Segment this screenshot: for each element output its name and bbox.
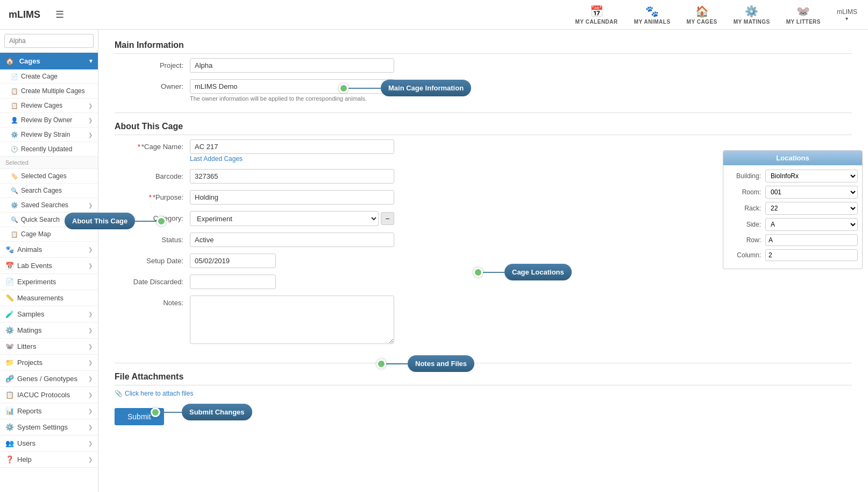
hamburger-menu[interactable]: ☰ xyxy=(55,9,64,20)
cage-name-input[interactable] xyxy=(190,139,394,154)
sidebar-item-review-by-owner[interactable]: 👤Review By Owner ❯ xyxy=(0,113,98,128)
date-discarded-input-wrap xyxy=(190,275,394,289)
notes-row: Notes: xyxy=(115,296,691,346)
project-row: Project: xyxy=(115,58,852,73)
sidebar-item-selected-cages[interactable]: 🏷️Selected Cages xyxy=(0,169,98,184)
last-added-cages-link[interactable]: Last Added Cages xyxy=(190,155,394,163)
sidebar-item-cage-map[interactable]: 📋Cage Map xyxy=(0,227,98,242)
sidebar-group-matings-header[interactable]: ⚙️Matings ❯ xyxy=(0,322,98,338)
row-label: Row: xyxy=(728,236,765,244)
sidebar-group-animals-header[interactable]: 🐾Animals ❯ xyxy=(0,242,98,257)
saved-searches-chevron: ❯ xyxy=(88,202,93,208)
iacuc-gh-label: IACUC Protocols xyxy=(17,391,70,399)
side-select[interactable]: A xyxy=(765,218,858,231)
cages-section-icon: 🏠 xyxy=(5,57,14,65)
status-input[interactable] xyxy=(190,233,394,247)
sidebar-item-review-by-strain[interactable]: ⚙️Review By Strain ❯ xyxy=(0,128,98,142)
nav-my-animals-label: MY ANIMALS xyxy=(634,19,671,25)
rack-select[interactable]: 22 xyxy=(765,202,858,215)
review-strain-chevron: ❯ xyxy=(88,132,93,138)
sidebar-item-search-cages[interactable]: 🔍Search Cages xyxy=(0,184,98,198)
create-multiple-icon: 📋 xyxy=(11,88,18,94)
recently-updated-label: Recently Updated xyxy=(21,145,72,153)
project-input[interactable] xyxy=(190,58,394,73)
sidebar-group-help-header[interactable]: ❓Help ❯ xyxy=(0,452,98,467)
help-gh-label: Help xyxy=(17,455,32,463)
date-discarded-row: Date Discarded: xyxy=(115,275,691,289)
selected-label: Selected xyxy=(5,159,29,166)
sidebar: 🏠 Cages ▾ 📄Create Cage 📋Create Multiple … xyxy=(0,30,98,492)
sidebar-group-samples-header[interactable]: 🧪Samples ❯ xyxy=(0,306,98,322)
category-input-wrap: Experiment – xyxy=(190,211,394,226)
setup-date-input[interactable] xyxy=(190,254,276,268)
notes-files-callout: Notes and Files xyxy=(408,355,474,372)
cage-name-label: *Cage Name: xyxy=(115,139,190,151)
sidebar-group-users-header[interactable]: 👥Users ❯ xyxy=(0,435,98,451)
owner-input[interactable] xyxy=(190,79,394,94)
sidebar-group-users: 👥Users ❯ xyxy=(0,435,98,452)
iacuc-gh-chevron: ❯ xyxy=(88,392,93,398)
user-menu[interactable]: mLIMS ▾ xyxy=(837,8,857,22)
main-layout: 🏠 Cages ▾ 📄Create Cage 📋Create Multiple … xyxy=(0,30,868,492)
building-select[interactable]: BioInfoRx xyxy=(765,170,858,182)
date-discarded-input[interactable] xyxy=(190,275,276,289)
sidebar-group-genes-header[interactable]: 🧬Genes / Genotypes ❯ xyxy=(0,371,98,386)
review-cages-chevron: ❯ xyxy=(88,103,93,109)
sidebar-item-saved-searches[interactable]: ⚙️Saved Searches ❯ xyxy=(0,198,98,213)
room-select[interactable]: 001 xyxy=(765,186,858,199)
row-input[interactable] xyxy=(765,234,858,246)
sidebar-group-iacuc-header[interactable]: 📋IACUC Protocols ❯ xyxy=(0,387,98,403)
reports-gh-chevron: ❯ xyxy=(88,408,93,414)
create-cage-icon: 📄 xyxy=(11,73,18,80)
nav-my-litters[interactable]: 🐭 MY LITTERS xyxy=(786,5,821,25)
sidebar-item-create-multiple-cages[interactable]: 📋Create Multiple Cages xyxy=(0,84,98,99)
rack-label: Rack: xyxy=(728,205,765,212)
about-section: About This Cage *Cage Name: Last Added C… xyxy=(115,122,852,352)
sidebar-group-lab-events-header[interactable]: 📅Lab Events ❯ xyxy=(0,258,98,273)
main-information-section: Main Information Project: Owner: The own… xyxy=(115,40,852,102)
purpose-input[interactable] xyxy=(190,190,394,205)
users-gh-icon: 👥 xyxy=(5,439,14,447)
submit-button[interactable]: Submit xyxy=(115,408,164,425)
setup-date-input-wrap xyxy=(190,254,394,268)
sidebar-group-reports-header[interactable]: 📊Reports ❯ xyxy=(0,403,98,419)
nav-my-calendar[interactable]: 📅 MY CALENDAR xyxy=(575,5,618,25)
top-nav-right: 📅 MY CALENDAR 🐾 MY ANIMALS 🏠 MY CAGES ⚙️… xyxy=(575,5,857,25)
owner-helper: The owner information will be applied to… xyxy=(190,95,394,102)
category-select[interactable]: Experiment xyxy=(190,211,379,226)
paperclip-icon: 📎 xyxy=(115,390,123,397)
barcode-input[interactable] xyxy=(190,169,394,184)
lab-events-gh-chevron: ❯ xyxy=(88,263,93,269)
about-columns: *Cage Name: Last Added Cages Barcode: xyxy=(115,139,852,352)
setup-date-label: Setup Date: xyxy=(115,254,190,265)
nav-my-animals[interactable]: 🐾 MY ANIMALS xyxy=(634,5,671,25)
cage-map-label: Cage Map xyxy=(21,230,51,238)
sidebar-item-recently-updated[interactable]: 🕐Recently Updated xyxy=(0,142,98,157)
sidebar-group-system-settings-header[interactable]: ⚙️System Settings ❯ xyxy=(0,419,98,435)
sidebar-group-experiments-header[interactable]: 📄Experiments xyxy=(0,274,98,290)
about-right: Locations Building: BioInfoRx Room: xyxy=(701,139,852,352)
sidebar-group-litters-header[interactable]: 🐭Litters ❯ xyxy=(0,339,98,354)
sidebar-group-experiments: 📄Experiments xyxy=(0,274,98,290)
sidebar-group-matings: ⚙️Matings ❯ xyxy=(0,322,98,339)
sidebar-section-cages[interactable]: 🏠 Cages ▾ xyxy=(0,53,98,69)
sidebar-item-create-cage[interactable]: 📄Create Cage xyxy=(0,69,98,84)
sidebar-item-quick-search[interactable]: 🔍Quick Search xyxy=(0,213,98,227)
sidebar-group-projects-header[interactable]: 📁Projects ❯ xyxy=(0,355,98,370)
notes-textarea[interactable] xyxy=(190,296,394,344)
samples-gh-label: Samples xyxy=(17,310,45,318)
purpose-label: *Purpose: xyxy=(115,190,190,201)
category-toggle-btn[interactable]: – xyxy=(381,212,394,225)
nav-my-cages[interactable]: 🏠 MY CAGES xyxy=(687,5,717,25)
sidebar-item-review-cages[interactable]: 📋Review Cages ❯ xyxy=(0,99,98,113)
column-label: Column: xyxy=(728,251,765,259)
row-row: Row: xyxy=(728,234,858,246)
nav-my-matings[interactable]: ⚙️ MY MATINGS xyxy=(734,5,770,25)
file-attach-link[interactable]: 📎 Click here to attach files xyxy=(115,390,852,397)
search-input[interactable] xyxy=(4,34,94,48)
litters-gh-icon: 🐭 xyxy=(5,342,14,350)
locations-header: Locations xyxy=(723,151,862,165)
column-input[interactable] xyxy=(765,249,858,261)
sidebar-group-measurements-header[interactable]: 📏Measurements xyxy=(0,290,98,306)
calendar-icon: 📅 xyxy=(590,5,603,18)
